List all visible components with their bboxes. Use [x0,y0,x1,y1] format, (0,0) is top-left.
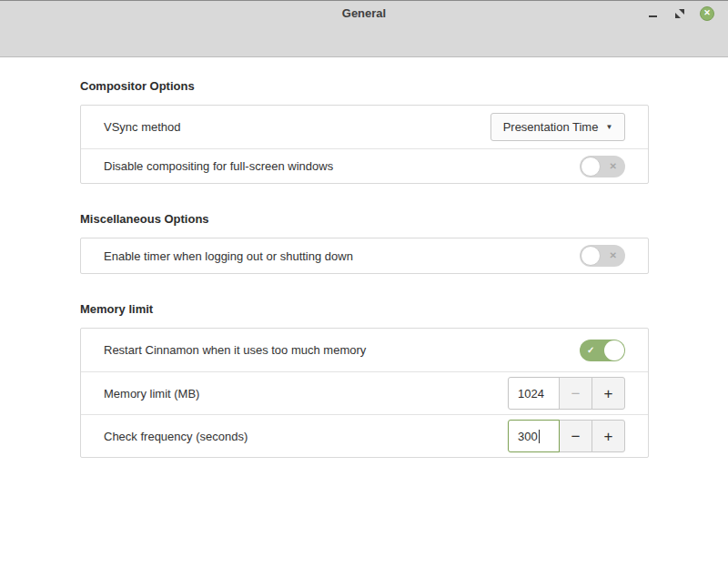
text-caret [539,430,540,443]
section-heading: Memory limit [80,302,649,316]
plus-button[interactable]: + [592,420,625,452]
disable-compositing-toggle[interactable]: ✕ [580,156,625,178]
section-heading: Miscellaneous Options [80,212,649,226]
enable-timer-toggle[interactable]: ✕ [580,245,625,267]
restart-cinnamon-toggle[interactable]: ✓ [580,340,625,361]
row-label: Enable timer when logging out or shuttin… [104,249,353,263]
row-enable-timer: Enable timer when logging out or shuttin… [81,238,648,273]
row-label: Memory limit (MB) [104,387,199,401]
section-miscellaneous-options: Miscellaneous Options Enable timer when … [80,212,649,274]
toggle-knob [581,157,601,177]
toggle-check-icon: ✓ [587,346,594,355]
chevron-down-icon: ▼ [605,123,612,131]
minus-button[interactable]: − [559,377,592,410]
close-button[interactable]: ✕ [693,2,721,25]
window-title: General [0,6,728,20]
spinner-value: 300 [518,430,538,443]
vsync-method-dropdown[interactable]: Presentation Time ▼ [490,113,625,141]
toggle-knob [581,246,601,266]
row-disable-compositing: Disable compositing for full-screen wind… [81,148,648,183]
toggle-off-icon: ✕ [610,251,617,260]
window-header: General ✕ [0,0,728,57]
maximize-icon [675,9,684,18]
row-memory-limit: Memory limit (MB) 1024 − + [81,371,648,414]
row-restart-cinnamon: Restart Cinnamon when it uses too much m… [81,329,648,371]
row-label: Restart Cinnamon when it uses too much m… [104,343,366,357]
check-frequency-input[interactable]: 300 [508,420,560,452]
settings-content: Compositor Options VSync method Presenta… [80,57,649,486]
row-check-frequency: Check frequency (seconds) 300 − + [81,414,648,457]
row-label: Check frequency (seconds) [104,430,248,443]
minimize-icon [649,15,657,17]
spinner-value: 1024 [518,387,544,401]
titlebar: General ✕ [0,1,728,25]
dropdown-value: Presentation Time [503,120,599,134]
plus-button[interactable]: + [592,377,625,410]
row-label: Disable compositing for full-screen wind… [104,159,333,173]
row-label: VSync method [104,120,181,134]
minus-button[interactable]: − [559,420,592,452]
settings-group: Restart Cinnamon when it uses too much m… [80,328,649,458]
check-frequency-spinner: 300 − + [508,420,625,452]
close-icon: ✕ [700,6,714,21]
section-memory-limit: Memory limit Restart Cinnamon when it us… [80,302,649,458]
memory-limit-input[interactable]: 1024 [508,377,560,410]
section-heading: Compositor Options [80,79,649,93]
toggle-knob [604,340,624,360]
toggle-off-icon: ✕ [610,162,617,171]
settings-group: Enable timer when logging out or shuttin… [80,238,649,274]
maximize-button[interactable] [666,2,693,25]
section-compositor-options: Compositor Options VSync method Presenta… [80,79,649,184]
window-controls: ✕ [639,1,721,25]
memory-limit-spinner: 1024 − + [508,377,625,410]
row-vsync-method: VSync method Presentation Time ▼ [81,106,648,148]
settings-group: VSync method Presentation Time ▼ Disable… [80,105,649,184]
minimize-button[interactable] [639,2,666,25]
